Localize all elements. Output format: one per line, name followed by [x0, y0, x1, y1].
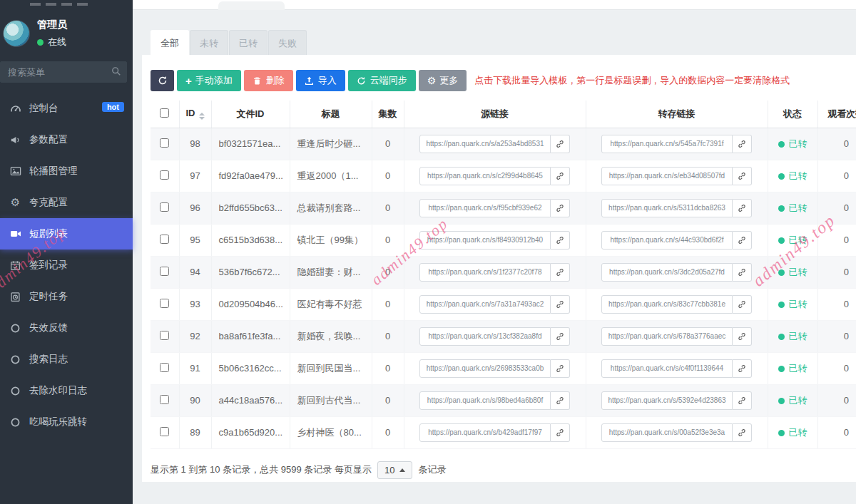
transfer-link-input[interactable] [601, 167, 733, 185]
tab-0[interactable]: 全部 [151, 30, 189, 55]
delete-button[interactable]: 删除 [244, 70, 293, 91]
row-checkbox[interactable] [160, 235, 169, 244]
row-checkbox[interactable] [160, 170, 169, 180]
source-link-input[interactable] [419, 135, 551, 153]
copy-link-button[interactable] [551, 359, 570, 378]
row-checkbox[interactable] [160, 202, 169, 212]
copy-link-button[interactable] [551, 391, 570, 410]
row-file-id: b2ffd655bc63... [211, 192, 290, 224]
copy-link-button[interactable] [733, 135, 752, 153]
select-all-checkbox[interactable] [160, 108, 169, 118]
sidebar-item-label: 短剧列表 [29, 227, 68, 240]
refresh-button[interactable] [151, 70, 174, 91]
more-button[interactable]: ⚙ 更多 [419, 70, 467, 91]
row-select-cell [151, 416, 179, 448]
copy-link-button[interactable] [551, 263, 570, 282]
row-views: 0 [817, 256, 856, 288]
avatar[interactable] [3, 20, 30, 47]
import-button[interactable]: 导入 [296, 70, 345, 91]
col-episodes: 集数 [372, 101, 404, 128]
source-link-input[interactable] [419, 423, 551, 442]
chain-link-icon [738, 428, 746, 437]
col-id[interactable]: ID [179, 101, 211, 128]
row-id: 89 [179, 416, 211, 448]
profile-status-label: 在线 [48, 36, 66, 48]
copy-link-button[interactable] [551, 423, 570, 442]
row-select-cell [151, 352, 179, 384]
row-file-id: a44c18aa576... [211, 384, 290, 416]
tab-2[interactable]: 已转 [229, 30, 268, 55]
sidebar-item-1[interactable]: 参数配置 [0, 124, 133, 155]
row-checkbox[interactable] [160, 267, 169, 276]
transfer-link-input[interactable] [601, 135, 733, 153]
table-row: 93 0d209504b46... 医妃有毒不好惹 0 已转 0 [151, 288, 856, 320]
transfer-link-input[interactable] [601, 327, 733, 346]
sidebar-item-8[interactable]: 搜索日志 [0, 344, 133, 375]
col-title: 标题 [290, 101, 372, 128]
status-dot-icon [778, 302, 785, 308]
row-checkbox[interactable] [160, 331, 169, 340]
page-size-select[interactable]: 10 [377, 461, 412, 479]
copy-link-button[interactable] [551, 199, 570, 217]
source-link-input[interactable] [419, 327, 551, 346]
row-transfer-cell [586, 192, 768, 224]
transfer-link-input[interactable] [601, 359, 733, 378]
transfer-link-input[interactable] [601, 263, 733, 282]
copy-link-button[interactable] [733, 263, 752, 282]
copy-link-button[interactable] [733, 231, 752, 250]
copy-link-button[interactable] [733, 359, 752, 378]
status-dot-icon [778, 205, 785, 212]
source-link-input[interactable] [419, 359, 551, 378]
source-link-input[interactable] [419, 295, 551, 314]
source-link-input[interactable] [419, 167, 551, 185]
sidebar-item-2[interactable]: 轮播图管理 [0, 155, 133, 187]
tab-3[interactable]: 失败 [268, 30, 307, 55]
sidebar-item-0[interactable]: 控制台hot [0, 93, 133, 124]
sidebar-item-4[interactable]: 短剧列表 [0, 218, 133, 250]
row-checkbox[interactable] [160, 138, 169, 148]
sidebar-item-10[interactable]: 吃喝玩乐跳转 [0, 406, 133, 438]
row-checkbox[interactable] [160, 395, 169, 404]
row-checkbox[interactable] [160, 299, 169, 308]
row-select-cell [151, 384, 179, 416]
copy-link-button[interactable] [551, 327, 570, 346]
sidebar-item-6[interactable]: 定时任务 [0, 281, 133, 312]
search-input[interactable] [0, 61, 127, 83]
sidebar-item-3[interactable]: ⚙夸克配置 [0, 187, 133, 218]
row-checkbox[interactable] [160, 427, 169, 436]
copy-link-button[interactable] [551, 295, 570, 314]
copy-link-button[interactable] [733, 295, 752, 314]
tab-1[interactable]: 未转 [190, 30, 228, 55]
status-dot-icon [778, 141, 785, 148]
transfer-link-input[interactable] [601, 199, 733, 217]
transfer-link-input[interactable] [601, 391, 733, 410]
copy-link-button[interactable] [551, 135, 570, 153]
copy-link-button[interactable] [551, 231, 570, 250]
copy-link-button[interactable] [733, 423, 752, 442]
copy-link-button[interactable] [733, 167, 752, 185]
transfer-link-input[interactable] [601, 295, 733, 314]
source-link-input[interactable] [419, 263, 551, 282]
pagination-unit: 条记录 [418, 463, 446, 476]
row-transfer-cell [586, 160, 768, 192]
source-link-input[interactable] [419, 391, 551, 410]
copy-link-button[interactable] [733, 327, 752, 346]
copy-link-button[interactable] [733, 391, 752, 410]
source-link-input[interactable] [419, 231, 551, 250]
sort-icon[interactable] [199, 113, 205, 120]
sidebar-item-9[interactable]: 去除水印日志 [0, 375, 133, 406]
copy-link-button[interactable] [733, 199, 752, 217]
row-title: 乡村神医（80... [290, 416, 372, 448]
sidebar-item-7[interactable]: 失效反馈 [0, 312, 133, 344]
source-link-input[interactable] [419, 199, 551, 217]
status-dot-icon [778, 237, 785, 244]
transfer-link-input[interactable] [601, 423, 733, 442]
cloud-sync-button[interactable]: 云端同步 [348, 70, 416, 91]
col-transfer-link: 转存链接 [586, 101, 768, 128]
copy-link-button[interactable] [551, 167, 570, 185]
sidebar-item-5[interactable]: 签到记录 [0, 250, 133, 281]
manual-add-button[interactable]: + 手动添加 [177, 70, 241, 91]
online-dot-icon [37, 39, 44, 46]
row-checkbox[interactable] [160, 363, 169, 372]
transfer-link-input[interactable] [601, 231, 733, 250]
